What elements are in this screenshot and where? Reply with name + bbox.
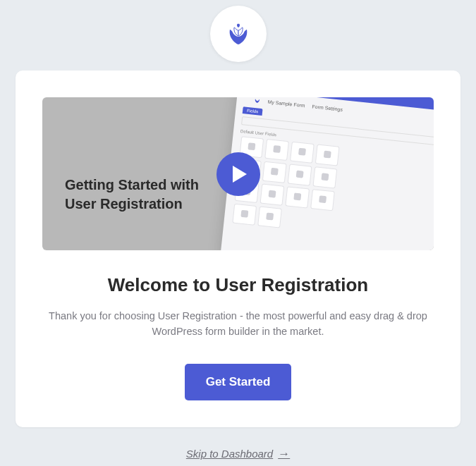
- play-video-button[interactable]: [216, 152, 260, 196]
- banner-heading-line2: User Registration: [65, 195, 199, 214]
- get-started-button[interactable]: Get Started: [185, 364, 292, 400]
- app-logo: [210, 6, 267, 62]
- play-icon: [233, 166, 247, 183]
- arrow-right-icon: →: [278, 447, 290, 461]
- tulip-logo-icon: [224, 20, 252, 48]
- banner-heading-line1: Getting Started with: [65, 176, 199, 195]
- intro-video-banner[interactable]: My Sample Form First Name Email Password…: [42, 97, 434, 250]
- welcome-description: Thank you for choosing User Registration…: [42, 309, 434, 340]
- skip-to-dashboard-link[interactable]: Skip to Dashboard →: [0, 447, 476, 461]
- welcome-title: Welcome to User Registration: [42, 274, 434, 296]
- skip-link-label: Skip to Dashboard: [186, 448, 273, 460]
- onboarding-card: My Sample Form First Name Email Password…: [16, 70, 460, 427]
- banner-heading-container: Getting Started with User Registration: [65, 176, 199, 214]
